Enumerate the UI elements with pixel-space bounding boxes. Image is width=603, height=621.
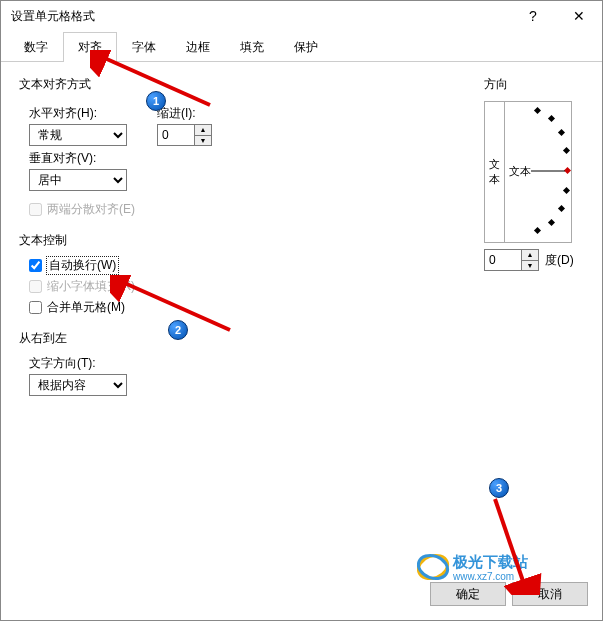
annotation-badge-2: 2 <box>168 320 188 340</box>
orientation-current-icon <box>564 167 571 174</box>
horizontal-align-label: 水平对齐(H): <box>29 105 127 122</box>
justify-distributed-checkbox <box>29 203 42 216</box>
orientation-vertical-text[interactable]: 文 本 <box>485 102 505 242</box>
tab-fill[interactable]: 填充 <box>225 32 279 62</box>
degree-input[interactable] <box>485 250 521 270</box>
vertical-align-label: 垂直对齐(V): <box>29 150 468 167</box>
orientation-htext: 文本 <box>509 164 531 179</box>
close-button[interactable]: ✕ <box>556 1 602 31</box>
tab-protection[interactable]: 保护 <box>279 32 333 62</box>
text-direction-label: 文字方向(T): <box>29 355 468 372</box>
shrink-fit-label: 缩小字体填充(K) <box>47 278 135 295</box>
help-button[interactable]: ? <box>510 1 556 31</box>
merge-cells-checkbox[interactable] <box>29 301 42 314</box>
justify-distributed-label: 两端分散对齐(E) <box>47 201 135 218</box>
indent-label: 缩进(I): <box>157 105 212 122</box>
tab-border[interactable]: 边框 <box>171 32 225 62</box>
orientation-diamond-icon <box>558 129 565 136</box>
orientation-diamond-icon <box>558 205 565 212</box>
tab-font[interactable]: 字体 <box>117 32 171 62</box>
degree-label: 度(D) <box>545 252 574 269</box>
orientation-diamond-icon <box>534 107 541 114</box>
orientation-diamond-icon <box>548 219 555 226</box>
svg-text:极光下载站: 极光下载站 <box>452 553 528 570</box>
indent-down[interactable]: ▼ <box>195 136 211 146</box>
indent-input[interactable] <box>158 125 194 145</box>
orientation-diamond-icon <box>534 227 541 234</box>
format-cells-dialog: 设置单元格格式 ? ✕ 数字 对齐 字体 边框 填充 保护 文本对齐方式 水平对… <box>0 0 603 621</box>
horizontal-align-select[interactable]: 常规 <box>29 124 127 146</box>
annotation-badge-1: 1 <box>146 91 166 111</box>
svg-text:www.xz7.com: www.xz7.com <box>452 571 514 582</box>
wrap-text-label: 自动换行(W) <box>47 257 118 274</box>
indent-up[interactable]: ▲ <box>195 125 211 136</box>
orientation-diamond-icon <box>563 187 570 194</box>
tab-number[interactable]: 数字 <box>9 32 63 62</box>
text-control-label: 文本控制 <box>19 232 468 249</box>
titlebar: 设置单元格格式 ? ✕ <box>1 1 602 31</box>
annotation-badge-3: 3 <box>489 478 509 498</box>
wrap-text-checkbox[interactable] <box>29 259 42 272</box>
shrink-fit-checkbox <box>29 280 42 293</box>
merge-cells-label: 合并单元格(M) <box>47 299 125 316</box>
orientation-diamond-icon <box>548 115 555 122</box>
degree-spinner[interactable]: ▲ ▼ <box>484 249 539 271</box>
text-alignment-label: 文本对齐方式 <box>19 76 468 93</box>
watermark: 极光下载站 www.xz7.com <box>417 551 567 587</box>
orientation-dial[interactable]: 文本 <box>505 102 571 242</box>
window-title: 设置单元格格式 <box>11 8 95 25</box>
tab-alignment[interactable]: 对齐 <box>63 32 117 62</box>
rtl-section-label: 从右到左 <box>19 330 468 347</box>
indent-spinner[interactable]: ▲ ▼ <box>157 124 212 146</box>
orientation-label: 方向 <box>484 76 584 93</box>
orientation-control[interactable]: 文 本 文本 <box>484 101 572 243</box>
tab-strip: 数字 对齐 字体 边框 填充 保护 <box>1 31 602 62</box>
orientation-diamond-icon <box>563 147 570 154</box>
degree-down[interactable]: ▼ <box>522 261 538 271</box>
text-direction-select[interactable]: 根据内容 <box>29 374 127 396</box>
vertical-align-select[interactable]: 居中 <box>29 169 127 191</box>
degree-up[interactable]: ▲ <box>522 250 538 261</box>
